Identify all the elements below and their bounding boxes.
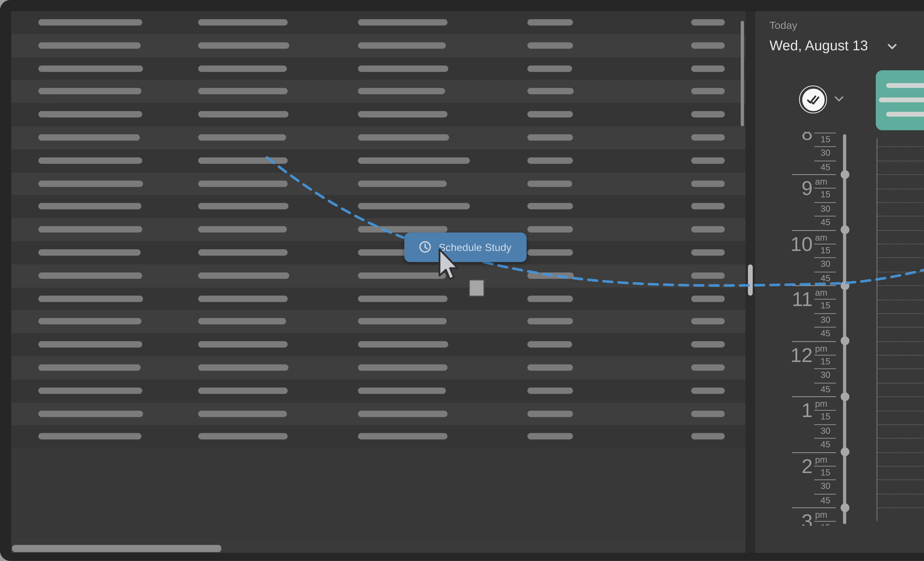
axis-minute-label: 15 xyxy=(814,523,837,526)
table-row[interactable] xyxy=(11,57,746,80)
axis-hour-line xyxy=(792,507,836,508)
table-row[interactable] xyxy=(11,103,746,126)
table-row[interactable] xyxy=(11,11,746,34)
select-all-resources-button[interactable] xyxy=(799,86,827,114)
axis-minute-label: 30 xyxy=(814,315,837,324)
row-skeleton-bar xyxy=(358,111,447,118)
date-selector[interactable]: Wed, August 13 xyxy=(770,38,868,54)
row-skeleton-bar xyxy=(358,387,446,394)
schedule-grid[interactable] xyxy=(876,138,924,521)
row-skeleton-bar xyxy=(198,65,287,72)
row-skeleton-bar xyxy=(527,42,573,49)
axis-minute-label: 45 xyxy=(814,273,837,282)
grid-line-horizontal xyxy=(878,244,924,244)
table-row[interactable] xyxy=(11,380,746,402)
time-track-hour-dot xyxy=(840,170,849,178)
panel-resize-handle[interactable] xyxy=(748,264,753,296)
table-row[interactable] xyxy=(11,287,746,310)
vertical-scrollbar-thumb[interactable] xyxy=(740,21,744,126)
table-row[interactable] xyxy=(11,172,746,195)
table-row[interactable] xyxy=(11,264,746,287)
axis-minute-line xyxy=(814,410,836,411)
axis-minute-label: 30 xyxy=(814,426,837,435)
clock-icon xyxy=(419,241,432,254)
row-skeleton-bar xyxy=(691,410,725,417)
calendar-scroll-area[interactable]: 8am1530459am15304510am15304511am15304512… xyxy=(755,132,924,526)
date-chevron-down-icon[interactable] xyxy=(887,43,897,50)
axis-minute-label: 45 xyxy=(814,162,837,171)
row-skeleton-bar xyxy=(198,410,287,417)
grid-line-horizontal xyxy=(878,438,924,439)
axis-meridiem-label: am xyxy=(815,177,827,186)
axis-minute-line xyxy=(814,188,836,189)
time-track-hour-dot xyxy=(840,281,849,290)
grid-line-horizontal xyxy=(878,507,924,508)
row-skeleton-bar xyxy=(527,249,573,256)
banner-skeleton-bar xyxy=(886,83,924,88)
row-skeleton-bar xyxy=(358,134,449,141)
table-row[interactable] xyxy=(11,34,746,57)
row-skeleton-bar xyxy=(39,364,141,371)
table-row[interactable] xyxy=(11,149,746,172)
row-skeleton-bar xyxy=(39,180,143,187)
row-skeleton-bar xyxy=(527,272,574,279)
row-skeleton-bar xyxy=(527,341,572,348)
axis-minute-label: 45 xyxy=(814,218,837,227)
axis-minute-line xyxy=(814,355,836,356)
table-row[interactable] xyxy=(11,242,746,264)
row-skeleton-bar xyxy=(691,180,725,187)
table-row[interactable] xyxy=(11,195,746,218)
row-skeleton-bar xyxy=(39,19,142,26)
row-skeleton-bar xyxy=(39,318,141,325)
table-row[interactable] xyxy=(11,356,746,380)
grid-line-horizontal xyxy=(878,313,924,314)
axis-minute-line xyxy=(814,382,836,383)
resource-header-skeleton xyxy=(876,70,924,130)
row-skeleton-bar xyxy=(358,341,448,348)
grid-line-horizontal xyxy=(878,147,924,147)
resource-chevron-down-icon[interactable] xyxy=(834,96,844,102)
grid-line-horizontal xyxy=(878,341,924,342)
row-skeleton-bar xyxy=(527,134,573,141)
row-skeleton-bar xyxy=(39,295,143,302)
grid-line-horizontal xyxy=(878,188,924,189)
row-skeleton-bar xyxy=(527,19,573,26)
table-row[interactable] xyxy=(11,425,746,448)
schedule-study-drag-chip[interactable]: Schedule Study xyxy=(404,232,526,262)
axis-minute-line xyxy=(814,494,836,494)
time-track-hour-dot xyxy=(840,225,849,234)
row-skeleton-bar xyxy=(39,88,141,94)
row-skeleton-bar xyxy=(198,88,288,94)
axis-hour-number: 12 xyxy=(771,343,813,366)
axis-minute-label: 15 xyxy=(814,245,837,255)
row-skeleton-bar xyxy=(527,180,572,187)
axis-minute-label: 45 xyxy=(814,384,837,394)
row-skeleton-bar xyxy=(691,157,725,164)
table-row[interactable] xyxy=(11,402,746,426)
axis-hour-number: 8 xyxy=(771,132,813,144)
axis-minute-line xyxy=(814,146,836,147)
grid-line-horizontal xyxy=(878,369,924,369)
row-skeleton-bar xyxy=(198,364,288,371)
row-skeleton-bar xyxy=(691,111,725,118)
row-skeleton-bar xyxy=(358,88,445,94)
table-row[interactable] xyxy=(11,218,746,242)
time-track-hour-dot xyxy=(840,392,849,401)
row-skeleton-bar xyxy=(691,203,725,210)
row-skeleton-bar xyxy=(198,318,286,325)
table-row[interactable] xyxy=(11,126,746,149)
axis-minute-label: 30 xyxy=(814,481,837,491)
table-row[interactable] xyxy=(11,333,746,357)
time-track-line xyxy=(843,134,846,524)
axis-minute-label: 15 xyxy=(814,467,837,477)
horizontal-scrollbar-thumb[interactable] xyxy=(12,545,221,552)
table-row[interactable] xyxy=(11,310,746,333)
row-skeleton-bar xyxy=(691,295,725,302)
row-skeleton-bar xyxy=(527,226,573,232)
row-skeleton-bar xyxy=(691,434,725,440)
table-row[interactable] xyxy=(11,80,746,103)
grid-line-horizontal xyxy=(878,285,924,286)
row-skeleton-bar xyxy=(358,42,446,49)
axis-minute-line xyxy=(814,313,836,314)
app-stage: Referring PhysicianPatient EmailHealthca… xyxy=(0,0,924,561)
